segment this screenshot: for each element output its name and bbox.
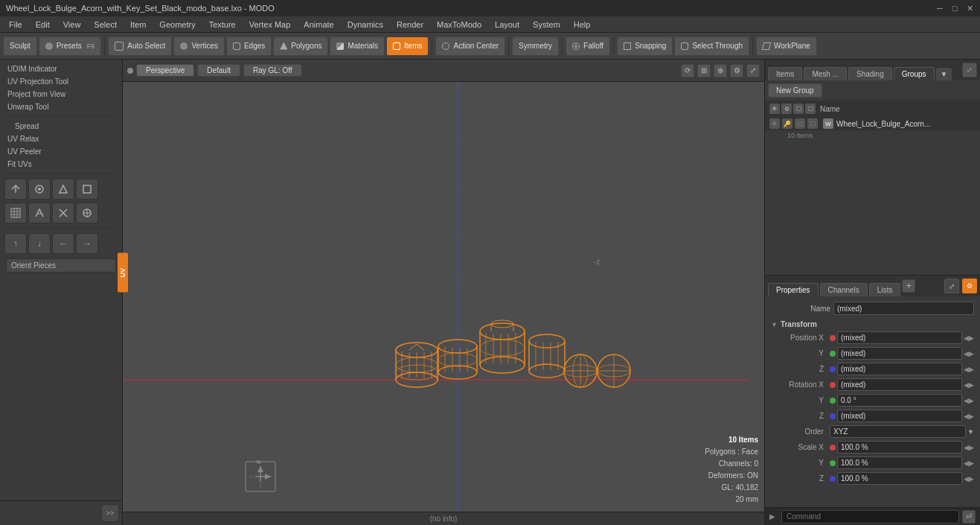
prop-arrow-0[interactable]: ◀▶ bbox=[964, 334, 974, 342]
groups-icon-1[interactable]: 👁 bbox=[769, 104, 780, 114]
menu-animate[interactable]: Animate bbox=[298, 19, 339, 31]
prop-dot-0[interactable] bbox=[830, 335, 836, 341]
prop-val-rot-x[interactable]: (mixed) bbox=[837, 378, 962, 391]
groups-icon-3[interactable]: ☐ bbox=[793, 104, 804, 114]
menu-system[interactable]: System bbox=[527, 19, 566, 31]
tool-icon-4[interactable] bbox=[76, 179, 98, 200]
tool-icon-8[interactable] bbox=[76, 203, 98, 223]
tab-channels[interactable]: Channels bbox=[820, 283, 868, 296]
menu-maxtomodo[interactable]: MaxToModo bbox=[431, 19, 487, 31]
prop-arrow-7[interactable]: ◀▶ bbox=[964, 444, 974, 451]
prop-arrow-9[interactable]: ◀▶ bbox=[964, 475, 974, 483]
tool-icon-1[interactable] bbox=[4, 179, 27, 200]
prop-val-pos-z[interactable]: (mixed) bbox=[837, 363, 962, 375]
tool-spread[interactable]: Spread bbox=[3, 120, 119, 133]
autoselect-button[interactable]: Auto Select bbox=[108, 36, 172, 56]
menu-vertex-map[interactable]: Vertex Map bbox=[243, 19, 297, 31]
vp-icon-frame[interactable]: ⊞ bbox=[697, 64, 711, 77]
maximize-button[interactable]: □ bbox=[950, 4, 959, 13]
vp-icon-orbit[interactable]: ⟳ bbox=[681, 64, 694, 77]
prop-dot-4[interactable] bbox=[830, 398, 836, 404]
menu-select[interactable]: Select bbox=[88, 19, 123, 31]
prop-name-value[interactable]: (mixed) bbox=[833, 302, 974, 315]
prop-arrow-3[interactable]: ◀▶ bbox=[964, 381, 974, 389]
menu-view[interactable]: View bbox=[57, 19, 87, 31]
groups-icon-4[interactable]: ☐ bbox=[805, 104, 816, 114]
materials-button[interactable]: Materials bbox=[330, 36, 385, 56]
groups-icon-2[interactable]: ⚙ bbox=[781, 104, 792, 114]
menu-edit[interactable]: Edit bbox=[30, 19, 56, 31]
prop-dot-3[interactable] bbox=[830, 382, 836, 388]
tool-uv-peeler[interactable]: UV Peeler bbox=[3, 145, 119, 158]
tool-icon-6[interactable] bbox=[28, 203, 51, 223]
arrow-right-btn[interactable]: → bbox=[76, 233, 98, 254]
vp-icon-settings[interactable]: ⚙ bbox=[730, 64, 743, 77]
uv-tab[interactable]: UV bbox=[118, 253, 128, 293]
prop-val-pos-y[interactable]: (mixed) bbox=[837, 347, 962, 360]
menu-item[interactable]: Item bbox=[124, 19, 152, 31]
edges-button[interactable]: Edges bbox=[226, 36, 272, 56]
tab-groups[interactable]: Groups bbox=[894, 67, 935, 80]
prop-dot-2[interactable] bbox=[830, 366, 836, 372]
tool-unwrap[interactable]: Unwrap Tool bbox=[3, 101, 119, 113]
prop-arrow-4[interactable]: ◀▶ bbox=[964, 397, 974, 404]
prop-dot-7[interactable] bbox=[830, 445, 836, 451]
menu-file[interactable]: File bbox=[3, 19, 28, 31]
viewport-tab-raygl[interactable]: Ray GL: Off bbox=[243, 64, 302, 77]
arrow-up-btn[interactable]: ↑ bbox=[4, 233, 27, 254]
prop-val-rot-z[interactable]: (mixed) bbox=[837, 410, 962, 422]
items-button[interactable]: Items bbox=[386, 36, 429, 56]
snapping-button[interactable]: Snapping bbox=[617, 36, 673, 56]
prop-arrow-2[interactable]: ◀▶ bbox=[964, 366, 974, 373]
group-row-key[interactable]: 🔑 bbox=[782, 118, 792, 129]
prop-val-scale-x[interactable]: 100.0 % bbox=[837, 441, 962, 454]
prop-dot-8[interactable] bbox=[830, 460, 836, 466]
tool-icon-5[interactable] bbox=[4, 203, 27, 223]
tool-icon-7[interactable] bbox=[52, 203, 74, 223]
orient-pieces-btn[interactable]: Orient Pieces bbox=[6, 258, 116, 273]
vp-icon-zoom[interactable]: ⊕ bbox=[714, 64, 727, 77]
expand-btn[interactable]: >> bbox=[101, 504, 119, 522]
tool-fit-uvs[interactable]: Fit UVs bbox=[3, 158, 119, 171]
tool-udim-indicator[interactable]: UDIM Indicator bbox=[3, 63, 119, 75]
prop-arrow-5[interactable]: ◀▶ bbox=[964, 413, 974, 420]
vp-icon-maximize[interactable]: ⤢ bbox=[746, 64, 760, 77]
tab-properties[interactable]: Properties bbox=[768, 283, 819, 296]
prop-val-pos-x[interactable]: (mixed) bbox=[837, 331, 962, 344]
group-row-lock[interactable]: ☐ bbox=[795, 118, 805, 129]
tool-icon-2[interactable] bbox=[28, 179, 51, 200]
polygons-button[interactable]: Polygons bbox=[273, 36, 328, 56]
tool-project-from-view[interactable]: Project from View bbox=[3, 88, 119, 101]
menu-dynamics[interactable]: Dynamics bbox=[342, 19, 389, 31]
workplane-button[interactable]: WorkPlane bbox=[756, 36, 817, 56]
menu-help[interactable]: Help bbox=[568, 19, 597, 31]
prop-arrow-8[interactable]: ◀▶ bbox=[964, 459, 974, 467]
menu-render[interactable]: Render bbox=[391, 19, 429, 31]
tool-uv-projection[interactable]: UV Projection Tool bbox=[3, 75, 119, 88]
prop-dot-5[interactable] bbox=[830, 413, 836, 419]
tab-items[interactable]: Items bbox=[768, 67, 802, 80]
tab-arrow[interactable]: ▼ bbox=[936, 68, 952, 80]
prop-val-scale-y[interactable]: 100.0 % bbox=[837, 456, 962, 469]
props-orange-btn[interactable]: ⚙ bbox=[962, 279, 977, 293]
arrow-left-btn[interactable]: ← bbox=[52, 233, 74, 254]
minimize-button[interactable]: ─ bbox=[935, 4, 944, 13]
new-group-button[interactable]: New Group bbox=[768, 83, 822, 98]
tab-mesh[interactable]: Mesh ... bbox=[804, 67, 847, 80]
prop-dot-9[interactable] bbox=[830, 476, 836, 482]
viewport-content[interactable]: -2 N 10 Items Polygons : Face Channels: bbox=[123, 82, 764, 512]
symmetry-button[interactable]: Symmetry bbox=[512, 36, 559, 56]
tab-lists[interactable]: Lists bbox=[869, 283, 901, 296]
viewport-tab-perspective[interactable]: Perspective bbox=[136, 64, 194, 77]
menu-texture[interactable]: Texture bbox=[203, 19, 242, 31]
prop-arrow-1[interactable]: ◀▶ bbox=[964, 350, 974, 357]
select-through-button[interactable]: Select Through bbox=[674, 36, 749, 56]
prop-transform-section[interactable]: ▼ Transform bbox=[765, 317, 980, 330]
group-row-eye[interactable]: 👁 bbox=[769, 118, 780, 129]
presets-button[interactable]: Presets F6 bbox=[39, 36, 101, 56]
tool-icon-3[interactable] bbox=[52, 179, 74, 200]
prop-val-scale-z[interactable]: 100.0 % bbox=[837, 472, 962, 485]
prop-val-rot-y[interactable]: 0.0 ° bbox=[837, 394, 962, 407]
action-center-button[interactable]: Action Center bbox=[435, 36, 505, 56]
prop-dot-1[interactable] bbox=[830, 351, 836, 357]
